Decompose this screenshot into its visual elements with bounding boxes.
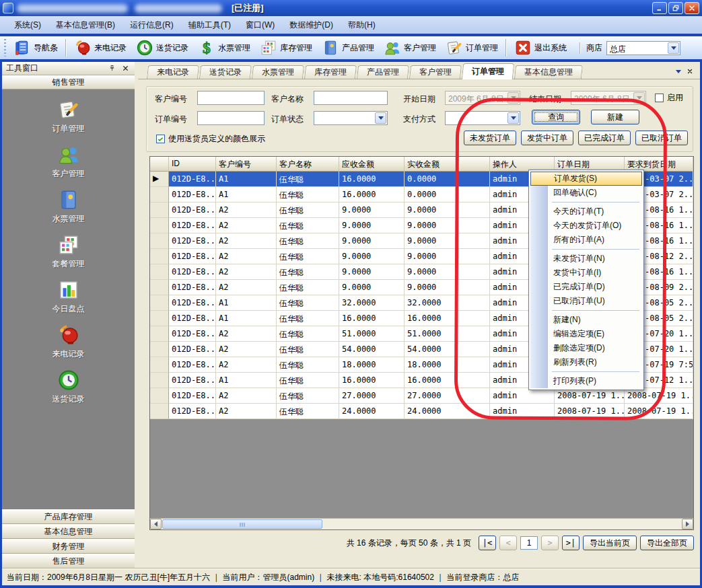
toolbar-button[interactable]: 水票管理 [193,38,255,58]
sidebar-item[interactable]: 来电记录 [52,324,85,360]
context-menu-item[interactable]: 已完成订单(D) [530,280,642,294]
order-status-filter-button[interactable]: 已完成订单 [578,131,631,145]
toolbar-button[interactable]: 订单管理 [441,38,503,58]
export-current-page-button[interactable]: 导出当前页 [583,536,637,550]
close-icon[interactable] [120,64,131,73]
context-menu-item[interactable]: 发货中订单(I) [530,266,642,280]
context-menu-item[interactable]: 今天的订单(T) [530,205,642,219]
order-no-input[interactable] [197,111,265,125]
row-selector[interactable] [150,311,169,326]
chevron-down-icon[interactable] [507,112,519,124]
context-menu-item[interactable]: 打印列表(P) [530,374,642,388]
context-menu-item[interactable]: 订单发货(S) [530,172,642,186]
context-menu-item[interactable]: 回单确认(C) [530,186,642,200]
menu-item[interactable]: 帮助(H) [341,17,383,34]
sidebar-group[interactable]: 财务管理 [2,539,135,554]
tab-list-dropdown-icon[interactable] [676,70,681,73]
sidebar-item[interactable]: 今日盘点 [52,279,85,315]
row-selector[interactable] [150,357,169,373]
scroll-right-button[interactable] [682,519,693,529]
row-selector[interactable] [150,326,169,342]
tab-close-icon[interactable] [687,68,693,75]
sidebar-item[interactable]: 水票管理 [52,188,85,225]
row-selector[interactable] [150,233,169,249]
toolbar-grip[interactable] [4,39,6,57]
row-selector[interactable] [150,249,169,264]
sidebar-item[interactable]: 送货记录 [52,369,85,405]
horizontal-scrollbar[interactable] [150,518,693,529]
sidebar-item[interactable]: 订单管理 [52,98,85,135]
order-status-filter-button[interactable]: 未发货订单 [464,131,516,145]
query-button[interactable]: 查询 [532,110,580,124]
menu-item[interactable]: 基本信息管理(B) [48,17,122,34]
tab[interactable]: 客户管理 [409,65,462,79]
column-header[interactable]: 应收金额 [339,157,405,172]
row-selector[interactable] [150,295,169,311]
row-selector[interactable] [150,373,169,388]
chevron-down-icon[interactable] [375,112,386,124]
table-row[interactable]: 012D-E8... A2 伍华聪 24.0000 24.0000 admin … [150,404,693,419]
toolbar-button[interactable]: 产品管理 [317,38,379,58]
context-menu-item[interactable]: 未发货订单(N) [530,252,642,266]
prev-page-button[interactable]: < [499,536,517,550]
payment-combobox[interactable] [445,111,520,125]
row-selector[interactable] [150,264,169,280]
sidebar-group[interactable]: 产品库存管理 [2,509,135,524]
toolbar-button[interactable]: 退出系统 [510,38,571,58]
chevron-down-icon[interactable] [507,92,519,104]
menu-item[interactable]: 辅助工具(T) [181,17,238,34]
column-header[interactable]: 实收金额 [405,157,490,172]
row-selector[interactable] [150,404,169,419]
color-checkbox[interactable] [156,135,165,143]
last-page-button[interactable]: >| [562,536,580,550]
context-menu-item[interactable] [530,369,642,374]
tab[interactable]: 水票管理 [252,65,304,79]
shop-combobox[interactable]: 总店 [606,41,680,55]
sidebar-group[interactable]: 售后管理 [2,554,135,568]
tab[interactable]: 产品管理 [357,65,409,79]
context-menu-item[interactable]: 删除选定项(D) [530,341,642,355]
column-header[interactable]: 客户名称 [277,157,339,172]
toolbar-button[interactable]: 送货记录 [131,38,193,58]
context-menu-item[interactable] [530,247,642,252]
scrollbar-thumb[interactable] [162,519,322,529]
scroll-left-button[interactable] [150,519,162,529]
menu-item[interactable]: 数据维护(D) [282,17,341,34]
end-date-picker[interactable]: 2009年 6月 8日 [571,91,646,105]
menu-item[interactable]: 运行信息(R) [122,17,181,34]
table-row[interactable]: 012D-E8... A2 伍华聪 27.0000 27.0000 admin … [150,388,693,404]
menu-item[interactable]: 系统(S) [7,17,48,34]
context-menu-item[interactable] [530,200,642,205]
customer-name-input[interactable] [314,91,388,105]
column-header[interactable]: 客户编号 [216,157,277,172]
close-button[interactable] [685,2,699,14]
tab[interactable]: 基本信息管理 [514,65,583,79]
context-menu-item[interactable]: 已取消订单(U) [530,294,642,308]
order-status-filter-button[interactable]: 已取消订单 [635,131,688,145]
toolbar-button[interactable]: 来电记录 [69,38,131,58]
order-status-combobox[interactable] [314,111,388,125]
enable-checkbox[interactable] [655,94,664,102]
first-page-button[interactable]: |< [479,536,496,550]
context-menu-item[interactable]: 刷新列表(R) [530,355,642,369]
row-selector[interactable] [150,342,169,357]
next-page-button[interactable]: > [541,536,559,550]
tab[interactable]: 库存管理 [304,65,357,79]
row-selector[interactable] [150,388,169,404]
page-number-input[interactable] [520,536,538,550]
chevron-down-icon[interactable] [633,92,645,104]
pin-icon[interactable] [106,64,117,73]
sidebar-item[interactable]: 套餐管理 [52,233,85,270]
minimize-button[interactable] [652,2,667,14]
sidebar-group-sales[interactable]: 销售管理 [2,75,135,89]
context-menu-item[interactable]: 新建(N) [530,313,642,327]
toolbar-button[interactable]: 导航条 [9,38,63,58]
tab[interactable]: 来电记录 [147,65,199,79]
row-selector[interactable]: ▶ [150,172,169,187]
row-selector[interactable] [150,203,169,218]
customer-no-input[interactable] [197,91,265,105]
sidebar-group[interactable]: 基本信息管理 [2,524,135,539]
context-menu-item[interactable] [530,308,642,313]
tab[interactable]: 订单管理 [462,63,515,79]
row-selector[interactable] [150,187,169,203]
